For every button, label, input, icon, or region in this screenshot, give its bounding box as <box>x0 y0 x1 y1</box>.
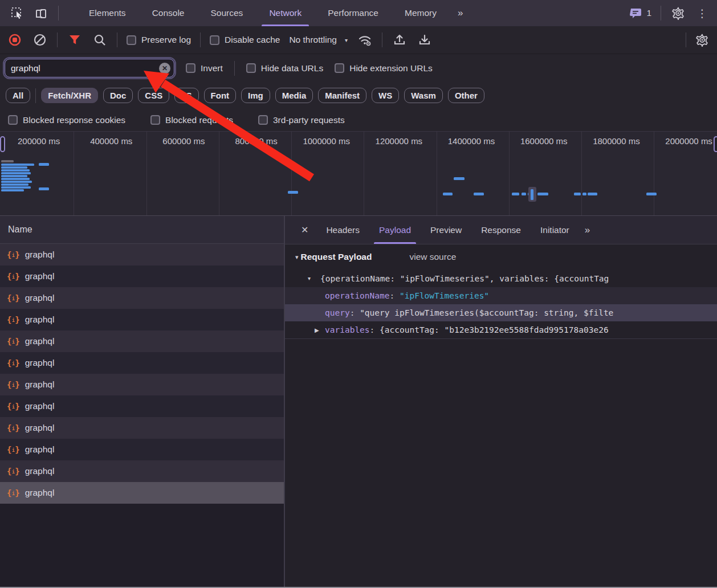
payload-row-variables[interactable]: ▶variables: {accountTag: "b12e3b2192ee55… <box>285 321 717 338</box>
detail-tabs: ✕ HeadersPayloadPreviewResponseInitiator… <box>285 216 717 244</box>
request-row[interactable]: {i}graphql <box>0 330 284 352</box>
collapse-triangle-icon[interactable]: ▾ <box>308 275 320 281</box>
hide-data-urls-checkbox[interactable]: Hide data URLs <box>246 63 323 74</box>
tab-elements[interactable]: Elements <box>76 0 139 26</box>
chip-manifest[interactable]: Manifest <box>318 88 366 103</box>
divider <box>117 32 117 47</box>
inspect-icon[interactable] <box>9 5 25 21</box>
name-column-header[interactable]: Name <box>0 216 284 244</box>
payload-separator: : <box>350 308 360 317</box>
waterfall-bar <box>443 193 453 195</box>
record-icon[interactable] <box>7 32 23 48</box>
checkbox-box <box>258 115 268 125</box>
clear-icon[interactable] <box>32 32 48 48</box>
disable-cache-checkbox[interactable]: Disable cache <box>210 35 280 45</box>
chip-other[interactable]: Other <box>448 88 484 103</box>
payload-root-line[interactable]: ▾ {operationName: "ipFlowTimeseries", va… <box>285 270 717 287</box>
request-row[interactable]: {i}graphql <box>0 244 284 266</box>
device-toolbar-icon[interactable] <box>33 5 49 21</box>
extra-filters-row: Blocked response cookiesBlocked requests… <box>0 109 717 131</box>
chip-media[interactable]: Media <box>275 88 313 103</box>
settings-gear-icon[interactable] <box>670 5 686 21</box>
request-row[interactable]: {i}graphql <box>0 417 284 439</box>
search-icon[interactable] <box>92 32 108 48</box>
throttling-dropdown[interactable]: No throttling ▾ <box>289 35 348 45</box>
issues-counter[interactable]: 1 <box>630 7 651 19</box>
preserve-log-checkbox[interactable]: Preserve log <box>127 35 191 45</box>
request-details-pane: ✕ HeadersPayloadPreviewResponseInitiator… <box>285 216 717 588</box>
3rd-party-requests-checkbox[interactable]: 3rd-party requests <box>258 115 345 125</box>
tab-performance[interactable]: Performance <box>315 0 392 26</box>
import-har-icon[interactable] <box>392 32 408 48</box>
clear-input-icon[interactable]: ✕ <box>159 63 170 74</box>
request-name: graphql <box>25 336 55 346</box>
payload-row-operationname[interactable]: operationName: "ipFlowTimeseries" <box>285 287 717 304</box>
time-tick: 400000 ms <box>74 132 146 149</box>
expand-triangle-icon[interactable]: ▶ <box>315 327 319 333</box>
chip-img[interactable]: Img <box>241 88 270 103</box>
waterfall-bar <box>39 187 49 190</box>
request-row[interactable]: {i}graphql <box>0 374 284 395</box>
chip-ws[interactable]: WS <box>372 88 399 103</box>
chip-wasm[interactable]: Wasm <box>404 88 443 103</box>
filter-row: graphql ✕ Invert Hide data URLs Hide ext… <box>0 54 717 82</box>
waterfall-bar <box>522 193 526 195</box>
collapse-triangle-icon[interactable]: ▾ <box>295 254 299 261</box>
chip-css[interactable]: CSS <box>138 88 169 103</box>
request-payload-title: Request Payload <box>301 252 372 262</box>
request-row[interactable]: {i}graphql <box>0 460 284 482</box>
request-row[interactable]: {i}graphql <box>0 482 284 504</box>
payload-row-query[interactable]: query: "query ipFlowTimeseries($accountT… <box>285 304 717 321</box>
close-icon[interactable]: ✕ <box>293 216 316 244</box>
export-har-icon[interactable] <box>417 32 433 48</box>
tab-sources[interactable]: Sources <box>198 0 256 26</box>
request-row[interactable]: {i}graphql <box>0 266 284 287</box>
overview-right-handle[interactable] <box>714 136 717 152</box>
chip-js[interactable]: JS <box>174 88 198 103</box>
filter-funnel-icon[interactable] <box>67 32 83 48</box>
chip-font[interactable]: Font <box>204 88 236 103</box>
menu-dots-icon[interactable]: ⋮ <box>694 5 710 21</box>
tab-memory[interactable]: Memory <box>392 0 450 26</box>
network-conditions-icon[interactable] <box>357 32 373 48</box>
detail-tab-headers[interactable]: Headers <box>316 216 369 244</box>
request-row[interactable]: {i}graphql <box>0 287 284 309</box>
chip-fetch-xhr[interactable]: Fetch/XHR <box>41 88 98 103</box>
more-tabs-chevron-icon[interactable]: » <box>579 216 594 244</box>
json-braces-icon: {i} <box>7 402 20 411</box>
chip-doc[interactable]: Doc <box>103 88 133 103</box>
request-name: graphql <box>25 423 55 433</box>
waterfall-bar <box>531 189 533 200</box>
detail-tab-preview[interactable]: Preview <box>421 216 471 244</box>
blocked-response-cookies-checkbox[interactable]: Blocked response cookies <box>8 115 125 125</box>
chip-all[interactable]: All <box>6 88 30 103</box>
request-row[interactable]: {i}graphql <box>0 395 284 417</box>
tab-network[interactable]: Network <box>256 0 315 26</box>
waterfall-bar <box>588 193 597 195</box>
hide-extension-urls-checkbox[interactable]: Hide extension URLs <box>335 63 433 74</box>
payload-key: operationName <box>325 291 390 300</box>
filter-input[interactable]: graphql ✕ <box>5 59 174 77</box>
json-braces-icon: {i} <box>7 272 20 281</box>
request-row[interactable]: {i}graphql <box>0 309 284 330</box>
json-braces-icon: {i} <box>7 315 20 324</box>
json-braces-icon: {i} <box>7 488 20 497</box>
view-source-link[interactable]: view source <box>409 252 456 262</box>
3rd-party-requests-label: 3rd-party requests <box>273 115 345 125</box>
tab-console[interactable]: Console <box>139 0 198 26</box>
network-settings-gear-icon[interactable] <box>694 32 710 48</box>
request-rows: {i}graphql{i}graphql{i}graphql{i}graphql… <box>0 244 284 504</box>
more-tabs-chevron-icon[interactable]: » <box>450 0 470 26</box>
detail-tab-payload[interactable]: Payload <box>369 216 421 244</box>
request-row[interactable]: {i}graphql <box>0 352 284 374</box>
blocked-response-cookies-label: Blocked response cookies <box>23 115 125 125</box>
payload-separator: : <box>370 325 380 334</box>
detail-tab-response[interactable]: Response <box>471 216 531 244</box>
detail-tab-initiator[interactable]: Initiator <box>531 216 579 244</box>
invert-checkbox[interactable]: Invert <box>186 63 223 74</box>
overview-left-handle[interactable] <box>0 136 5 152</box>
blocked-requests-checkbox[interactable]: Blocked requests <box>150 115 233 125</box>
waterfall-bar <box>474 193 484 195</box>
network-overview[interactable]: 200000 ms400000 ms600000 ms800000 ms1000… <box>0 131 717 216</box>
request-row[interactable]: {i}graphql <box>0 439 284 460</box>
